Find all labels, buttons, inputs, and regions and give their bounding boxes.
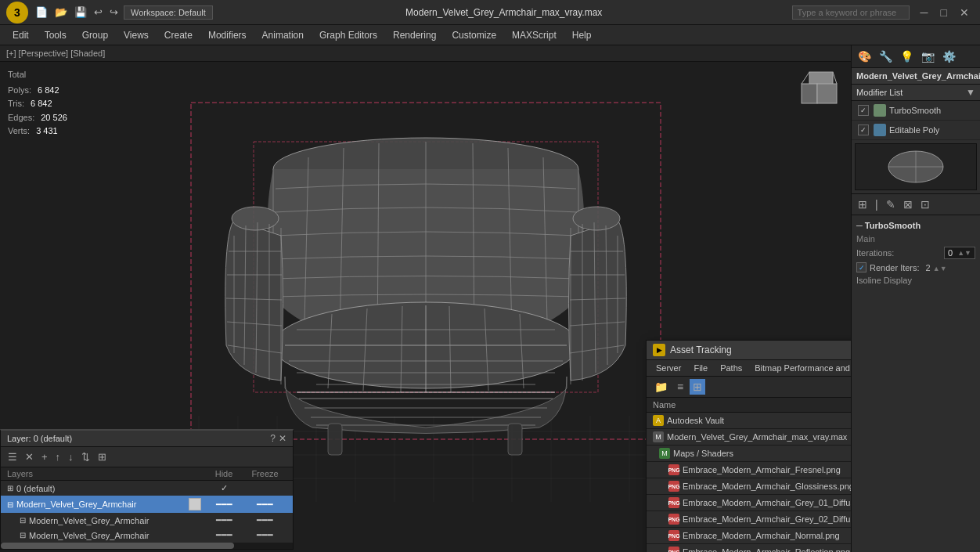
modifier-list-header: Modifier List ▼ [852, 85, 980, 101]
menu-item-group[interactable]: Group [74, 27, 116, 43]
menu-item-help[interactable]: Help [564, 27, 600, 43]
layers-tool-4[interactable]: ↑ [53, 450, 63, 464]
isoline-row: Isoline Display [856, 274, 975, 287]
menu-item-customize[interactable]: Customize [444, 27, 504, 43]
layer-row-0[interactable]: ⊞ 0 (default) ✓ [1, 481, 293, 496]
layer-3-hide: ━━━ [204, 530, 243, 540]
render-iters-checkbox[interactable]: ✓ [856, 262, 867, 272]
mp-tool-3[interactable]: ✎ [883, 197, 899, 212]
menu-item-rendering[interactable]: Rendering [385, 27, 444, 43]
render-iters-spinner[interactable]: ▲▼ [933, 265, 947, 272]
layer-1-icon: ⊟ [7, 500, 13, 509]
new-icon[interactable]: 📄 [33, 5, 50, 20]
layers-tool-7[interactable]: ⊞ [95, 450, 109, 464]
menu-item-animation[interactable]: Animation [254, 27, 312, 43]
at-row-file[interactable]: M Modern_Velvet_Grey_Armchair_max_vray.m… [647, 429, 851, 446]
mp-tool-2[interactable]: | [872, 197, 881, 212]
rp-icon-4[interactable]: 📷 [918, 49, 938, 64]
at-toolbar-spacer [708, 385, 851, 388]
layer-row-3[interactable]: ⊟ Modern_Velvet_Grey_Armchair ━━━ ━━━ [1, 528, 293, 543]
mp-tool-5[interactable]: ⊡ [917, 197, 933, 212]
save-icon[interactable]: 💾 [72, 5, 89, 20]
layer-3-icon: ⊟ [20, 531, 26, 539]
at-row-normal[interactable]: PNG Embrace_Modern_Armchair_Normal.png F… [647, 528, 851, 544]
rp-icon-5[interactable]: ⚙️ [939, 49, 959, 64]
menu-item-views[interactable]: Views [116, 27, 157, 43]
at-menu-bitmap[interactable]: Bitmap Performance and Memory [748, 362, 851, 374]
redo-icon[interactable]: ↪ [107, 5, 121, 20]
viewport-stats: Total Polys: 6 842 Tris: 6 842 Edges: 20… [8, 68, 67, 139]
rp-icon-3[interactable]: 💡 [897, 49, 917, 64]
minimize-button[interactable]: ─ [916, 5, 933, 20]
layer-2-hide: ━━━ [204, 515, 243, 525]
at-row-glossiness[interactable]: PNG Embrace_Modern_Armchair_Glossiness.p… [647, 478, 851, 495]
menu-item-maxscript[interactable]: MAXScript [504, 27, 564, 43]
layers-tool-3[interactable]: + [39, 450, 50, 464]
iterations-spinner[interactable]: ▲▼ [957, 249, 971, 257]
layers-tool-5[interactable]: ↓ [66, 450, 76, 464]
mp-tool-1[interactable]: ⊞ [855, 197, 870, 212]
layers-col-name: Layers [7, 469, 204, 478]
at-row-fresnel[interactable]: PNG Embrace_Modern_Armchair_Fresnel.png … [647, 462, 851, 478]
search-input[interactable] [792, 5, 910, 20]
layers-tool-6[interactable]: ⇅ [79, 450, 92, 464]
menu-item-tools[interactable]: Tools [37, 27, 74, 43]
render-iters-value: 2 [926, 263, 931, 272]
at-menu-file[interactable]: File [687, 362, 714, 374]
workspace-selector[interactable]: Workspace: Default [124, 5, 213, 20]
layers-tool-1[interactable]: ☰ [5, 450, 20, 464]
modifier-turbosmooth[interactable]: ✓ TurboSmooth [852, 101, 980, 121]
at-row-reflection[interactable]: PNG Embrace_Modern_Armchair_Reflection.p… [647, 544, 851, 552]
at-row-maps[interactable]: M Maps / Shaders [647, 446, 851, 462]
open-icon[interactable]: 📂 [52, 5, 70, 20]
layer-row-1[interactable]: ⊟ Modern_Velvet_Grey_Armchair ━━━ ━━━ [1, 496, 293, 513]
menu-item-graph-editors[interactable]: Graph Editors [312, 27, 385, 43]
modifier-editable-poly[interactable]: ✓ Editable Poly [852, 121, 980, 140]
menu-item-edit[interactable]: Edit [5, 27, 37, 43]
rp-icon-2[interactable]: 🔧 [876, 49, 895, 64]
asset-tracking-col-headers: Name Status [647, 398, 851, 413]
file-title: Modern_Velvet_Grey_Armchair_max_vray.max [216, 7, 792, 18]
modifier-panel-toolbar: ⊞ | ✎ ⊠ ⊡ [852, 193, 980, 215]
turbosmooth-icon [874, 104, 886, 117]
viewport-cube[interactable] [798, 68, 845, 115]
layers-scrollbar[interactable] [1, 543, 293, 549]
mp-tool-4[interactable]: ⊠ [900, 197, 916, 212]
layer-row-2[interactable]: ⊟ Modern_Velvet_Grey_Armchair ━━━ ━━━ [1, 513, 293, 528]
iterations-input[interactable]: 0 ▲▼ [944, 247, 975, 259]
at-tool-folder[interactable]: 📁 [651, 379, 671, 395]
at-tool-grid[interactable]: ⊞ [690, 379, 705, 395]
svg-rect-1 [802, 84, 817, 103]
layers-tool-2[interactable]: ✕ [23, 450, 36, 464]
layers-panel: Layer: 0 (default) ? ✕ ☰ ✕ + ↑ ↓ ⇅ ⊞ L [0, 429, 294, 550]
at-row-vault[interactable]: A Autodesk Vault Logged [647, 413, 851, 429]
at-normal-icon: PNG [668, 530, 679, 541]
editable-poly-checkbox[interactable]: ✓ [858, 124, 869, 135]
turbosmooth-checkbox[interactable]: ✓ [858, 105, 869, 116]
right-panel-top-toolbar: 🎨 🔧 💡 📷 ⚙️ [852, 45, 980, 68]
at-row-grey01[interactable]: PNG Embrace_Modern_Armchair_Grey_01_Diff… [647, 495, 851, 511]
at-grey01-name: Embrace_Modern_Armchair_Grey_01_Diffuse.… [683, 498, 851, 507]
at-menu-server[interactable]: Server [650, 362, 687, 374]
at-row-grey02[interactable]: PNG Embrace_Modern_Armchair_Grey_02_Diff… [647, 511, 851, 528]
at-tool-list[interactable]: ≡ [674, 379, 686, 395]
layers-question-button[interactable]: ? [270, 433, 276, 444]
modifier-list-arrow[interactable]: ▼ [966, 87, 975, 98]
viewport-canvas[interactable]: Total Polys: 6 842 Tris: 6 842 Edges: 20… [0, 62, 851, 550]
layers-close-button[interactable]: ✕ [279, 433, 286, 444]
layer-1-checkbox[interactable] [189, 498, 201, 511]
at-normal-name: Embrace_Modern_Armchair_Normal.png [683, 531, 851, 540]
layers-scrollbar-thumb[interactable] [1, 543, 234, 549]
at-menu-paths[interactable]: Paths [714, 362, 748, 374]
menu-item-modifiers[interactable]: Modifiers [200, 27, 254, 43]
menu-item-create[interactable]: Create [157, 27, 200, 43]
maximize-button[interactable]: □ [936, 5, 952, 20]
at-file-icon: M [653, 431, 664, 442]
render-iters-input[interactable]: 2 ▲▼ [926, 263, 947, 272]
close-button[interactable]: ✕ [955, 5, 974, 20]
rp-icon-1[interactable]: 🎨 [855, 49, 874, 64]
menu-bar: EditToolsGroupViewsCreateModifiersAnimat… [0, 25, 980, 45]
svg-line-3 [802, 72, 809, 84]
svg-point-62 [573, 207, 620, 230]
undo-icon[interactable]: ↩ [92, 5, 105, 20]
